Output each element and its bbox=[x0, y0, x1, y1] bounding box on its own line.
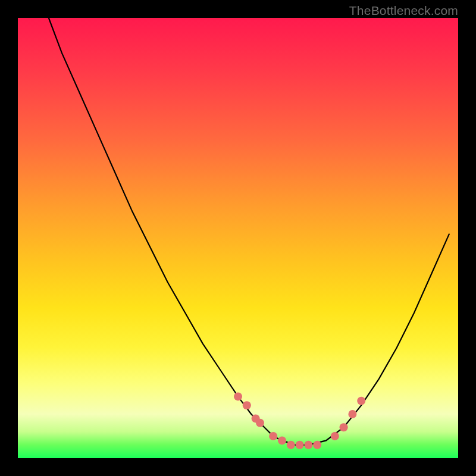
highlight-point bbox=[296, 441, 304, 449]
highlight-point bbox=[234, 392, 242, 400]
bottleneck-curve-path bbox=[49, 18, 449, 445]
chart-frame: TheBottleneck.com bbox=[0, 0, 476, 476]
highlight-point bbox=[340, 423, 348, 431]
highlight-points-group bbox=[234, 392, 365, 449]
highlight-point bbox=[287, 441, 295, 449]
highlight-point bbox=[348, 410, 356, 418]
watermark: TheBottleneck.com bbox=[349, 4, 458, 18]
highlight-point bbox=[357, 397, 365, 405]
highlight-point bbox=[278, 436, 286, 444]
highlight-point bbox=[304, 441, 312, 449]
highlight-point bbox=[256, 419, 264, 427]
highlight-point bbox=[243, 401, 251, 409]
plot-area bbox=[18, 18, 458, 458]
highlight-point bbox=[313, 441, 321, 449]
highlight-point bbox=[269, 432, 277, 440]
highlight-point bbox=[331, 432, 339, 440]
chart-svg bbox=[18, 18, 458, 458]
